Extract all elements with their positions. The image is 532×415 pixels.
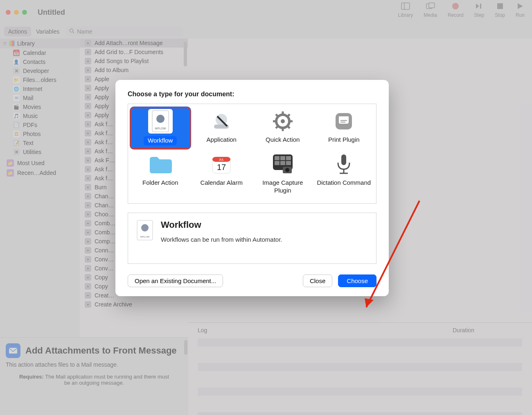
type-folder-action[interactable]: Folder Action [130,150,191,199]
workflow-icon: WFLOW [148,109,173,134]
type-workflow[interactable]: WFLOW Workflow [130,107,191,150]
svg-rect-38 [286,156,291,160]
svg-point-11 [156,115,165,123]
svg-rect-40 [280,161,285,165]
svg-rect-36 [275,156,280,160]
document-type-grid: WFLOW Workflow Application Quick Action … [128,104,376,204]
modal-desc-body: Workflows can be run from within Automat… [161,236,282,243]
type-dictation-label: Dictation Command [317,179,371,187]
folder-open-icon [148,152,173,177]
svg-rect-39 [275,161,280,165]
modal-title: Choose a type for your document: [128,91,376,98]
svg-line-24 [287,114,290,117]
svg-rect-44 [341,154,346,165]
type-image-capture-label: Image Capture Plugin [254,179,312,195]
type-image-capture-plugin[interactable]: Image Capture Plugin [252,150,313,199]
type-calendar-alarm[interactable]: JUL17 Calendar Alarm [191,150,252,199]
modal-description: WFLOW Workflow Workflows can be run from… [128,213,376,264]
type-folder-action-label: Folder Action [142,179,178,187]
type-workflow-label: Workflow [144,136,177,145]
svg-rect-28 [339,116,349,119]
svg-point-43 [285,168,289,172]
svg-text:WFLOW: WFLOW [140,236,150,238]
type-application[interactable]: Application [191,107,252,150]
type-dictation-command[interactable]: Dictation Command [313,150,375,199]
choose-button[interactable]: Choose [338,274,376,287]
gear-icon [271,109,295,134]
workflow-file-icon: WFLOW [136,220,153,241]
svg-rect-41 [286,161,291,165]
printer-icon [331,109,356,134]
type-application-label: Application [207,136,237,144]
type-calendar-alarm-label: Calendar Alarm [201,179,243,187]
close-button[interactable]: Close [303,274,332,287]
modal-desc-title: Workflow [161,220,282,230]
application-icon [209,109,234,134]
image-capture-icon [271,152,295,177]
microphone-icon [331,152,356,177]
svg-point-48 [141,224,149,231]
open-existing-button[interactable]: Open an Existing Document... [128,274,223,287]
svg-line-23 [287,126,290,128]
modal-button-row: Open an Existing Document... Close Choos… [128,274,376,287]
svg-line-22 [276,114,278,117]
type-print-plugin[interactable]: Print Plugin [313,107,375,150]
svg-line-25 [276,126,278,128]
svg-text:17: 17 [217,163,226,172]
document-type-modal: Choose a type for your document: WFLOW W… [115,80,389,296]
svg-text:JUL: JUL [219,158,224,161]
calendar-icon: JUL17 [209,152,234,177]
type-quick-action[interactable]: Quick Action [252,107,313,150]
svg-text:WFLOW: WFLOW [155,127,166,130]
type-quick-action-label: Quick Action [266,136,300,144]
type-print-plugin-label: Print Plugin [328,136,360,144]
svg-rect-37 [280,156,285,160]
svg-point-17 [281,119,285,123]
